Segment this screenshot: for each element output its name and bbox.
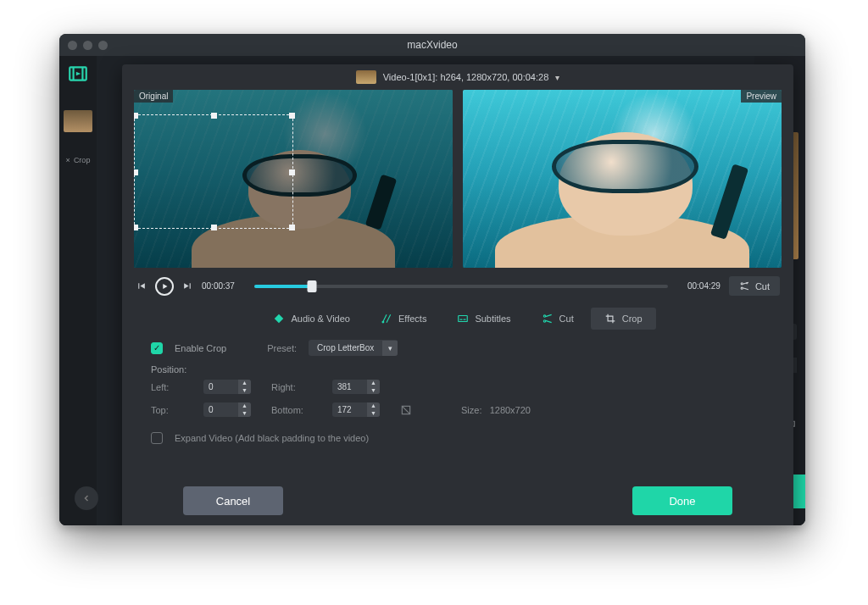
app-window: macXvideo × Crop i About ions: [59, 34, 805, 525]
play-button[interactable]: [155, 277, 174, 296]
cancel-button-label: Cancel: [216, 495, 250, 508]
result-preview-pane: Preview: [463, 90, 782, 268]
crop-rectangle[interactable]: [134, 114, 293, 228]
tab-effects[interactable]: Effects: [367, 308, 440, 330]
back-button[interactable]: [75, 486, 98, 510]
stepper-up-icon[interactable]: ▲: [367, 402, 380, 410]
stepper-up-icon[interactable]: ▲: [238, 402, 251, 410]
cancel-button[interactable]: Cancel: [183, 486, 283, 515]
tab-audio-video[interactable]: Audio & Video: [259, 308, 364, 330]
right-value: 381: [332, 380, 367, 394]
left-sidebar: × Crop: [59, 56, 97, 525]
aspect-icon: [400, 404, 451, 416]
bottom-label: Bottom:: [271, 405, 322, 415]
bottom-value: 172: [332, 402, 367, 417]
tab-cut[interactable]: Cut: [528, 308, 587, 330]
position-heading: Position:: [151, 364, 765, 375]
top-input[interactable]: 0 ▲▼: [203, 402, 251, 417]
tab-label: Effects: [398, 314, 426, 324]
timeline-progress: [254, 285, 312, 288]
window-title: macXvideo: [59, 39, 805, 51]
right-label: Right:: [271, 382, 322, 392]
left-label: Left:: [151, 382, 193, 392]
file-dropdown-icon[interactable]: ▾: [555, 73, 559, 82]
window-titlebar: macXvideo: [59, 34, 805, 56]
crop-form: ✓ Enable Crop Preset: Crop LetterBox ▾ P…: [122, 340, 793, 452]
scissors-plus-icon: [739, 280, 750, 291]
enable-crop-label: Enable Crop: [175, 343, 226, 353]
skip-back-icon[interactable]: [136, 280, 147, 291]
stepper-down-icon[interactable]: ▼: [367, 387, 380, 395]
timeline: 00:00:37 00:04:29 Cut: [122, 268, 793, 301]
sidebar-bullet-icon: ×: [66, 156, 70, 164]
expand-video-checkbox[interactable]: [151, 432, 163, 444]
timeline-track[interactable]: [254, 285, 668, 288]
done-button-label: Done: [669, 495, 695, 508]
tab-label: Cut: [559, 314, 574, 324]
svg-point-2: [741, 287, 743, 289]
svg-rect-4: [459, 316, 468, 322]
left-value: 0: [203, 380, 238, 394]
tab-subtitles[interactable]: Subtitles: [443, 308, 524, 330]
timeline-playhead[interactable]: [308, 280, 317, 292]
svg-point-3: [382, 321, 384, 323]
sidebar-video-thumbnail[interactable]: [64, 110, 92, 132]
original-badge: Original: [134, 90, 173, 103]
size-value: 1280x720: [490, 405, 531, 415]
expand-video-label: Expand Video (Add black padding to the v…: [175, 433, 369, 443]
stepper-down-icon[interactable]: ▼: [238, 410, 251, 418]
size-label: Size:: [461, 405, 481, 415]
file-info-label: Video-1[0x1]: h264, 1280x720, 00:04:28: [383, 72, 549, 82]
svg-point-1: [741, 283, 743, 285]
tab-label: Crop: [622, 314, 643, 324]
editor-tabs: Audio & Video Effects Subtitles Cut Crop: [122, 301, 793, 340]
top-value: 0: [203, 402, 238, 417]
stepper-down-icon[interactable]: ▼: [238, 387, 251, 395]
file-thumbnail: [356, 70, 376, 84]
done-button[interactable]: Done: [632, 486, 732, 515]
stepper-up-icon[interactable]: ▲: [238, 380, 251, 387]
preset-select[interactable]: Crop LetterBox ▾: [309, 340, 398, 356]
stepper-up-icon[interactable]: ▲: [367, 380, 380, 387]
stepper-down-icon[interactable]: ▼: [367, 410, 380, 418]
tab-label: Subtitles: [475, 314, 510, 324]
cut-button[interactable]: Cut: [729, 276, 780, 296]
preset-label: Preset:: [267, 343, 297, 353]
chevron-down-icon: ▾: [382, 341, 398, 356]
duration-label: 00:04:29: [676, 281, 721, 291]
skip-forward-icon[interactable]: [182, 280, 193, 291]
original-preview-pane[interactable]: Original: [134, 90, 453, 268]
svg-point-6: [543, 320, 545, 322]
svg-point-5: [543, 315, 545, 317]
editor-panel: Video-1[0x1]: h264, 1280x720, 00:04:28 ▾: [122, 64, 793, 525]
current-time-label: 00:00:37: [202, 281, 246, 291]
tab-label: Audio & Video: [291, 314, 350, 324]
right-input[interactable]: 381 ▲▼: [332, 380, 380, 394]
top-label: Top:: [151, 405, 193, 415]
sidebar-item-label: Crop: [74, 156, 91, 164]
enable-crop-checkbox[interactable]: ✓: [151, 342, 163, 354]
left-input[interactable]: 0 ▲▼: [203, 380, 251, 394]
tab-crop[interactable]: Crop: [591, 308, 656, 330]
app-logo-icon[interactable]: [67, 63, 89, 85]
cut-button-label: Cut: [755, 281, 770, 291]
preview-badge: Preview: [741, 90, 782, 103]
bottom-input[interactable]: 172 ▲▼: [332, 402, 380, 417]
preset-value: Crop LetterBox: [309, 340, 382, 356]
